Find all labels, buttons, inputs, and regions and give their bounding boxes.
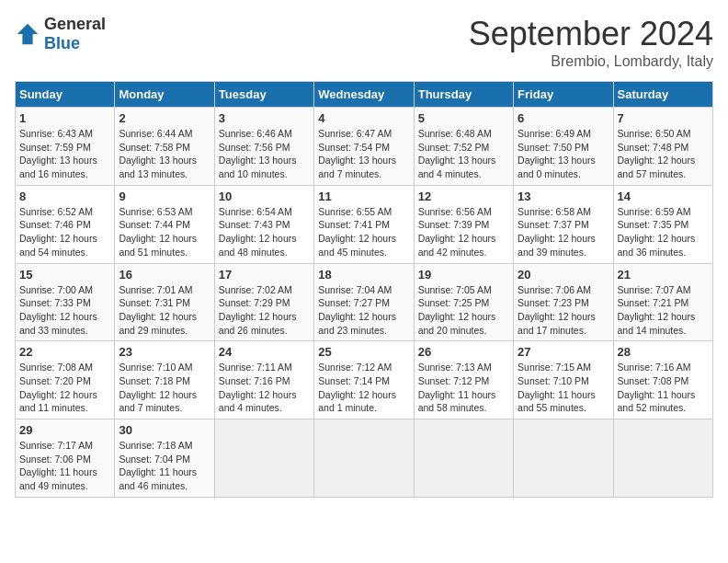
table-row: 23Sunrise: 7:10 AMSunset: 7:18 PMDayligh… — [115, 341, 214, 419]
table-row: 25Sunrise: 7:12 AMSunset: 7:14 PMDayligh… — [314, 341, 414, 419]
header-row: Sunday Monday Tuesday Wednesday Thursday… — [16, 82, 713, 108]
logo-general: General — [44, 15, 106, 33]
table-row: 28Sunrise: 7:16 AMSunset: 7:08 PMDayligh… — [613, 341, 712, 419]
table-row: 21Sunrise: 7:07 AMSunset: 7:21 PMDayligh… — [613, 263, 712, 341]
table-row: 17Sunrise: 7:02 AMSunset: 7:29 PMDayligh… — [214, 263, 313, 341]
col-tuesday: Tuesday — [214, 82, 313, 108]
calendar-table: Sunday Monday Tuesday Wednesday Thursday… — [15, 81, 713, 498]
table-row: 8Sunrise: 6:52 AMSunset: 7:46 PMDaylight… — [16, 185, 115, 263]
page-header: General Blue September 2024 Brembio, Lom… — [15, 15, 713, 70]
table-row: 11Sunrise: 6:55 AMSunset: 7:41 PMDayligh… — [314, 185, 414, 263]
table-row: 10Sunrise: 6:54 AMSunset: 7:43 PMDayligh… — [214, 185, 313, 263]
week-row: 15Sunrise: 7:00 AMSunset: 7:33 PMDayligh… — [16, 263, 713, 341]
svg-marker-0 — [17, 24, 38, 44]
table-row: 12Sunrise: 6:56 AMSunset: 7:39 PMDayligh… — [414, 185, 513, 263]
table-row: 18Sunrise: 7:04 AMSunset: 7:27 PMDayligh… — [314, 263, 414, 341]
table-row: 29Sunrise: 7:17 AMSunset: 7:06 PMDayligh… — [16, 419, 115, 498]
table-row: 30Sunrise: 7:18 AMSunset: 7:04 PMDayligh… — [115, 419, 214, 498]
table-row: 2Sunrise: 6:44 AMSunset: 7:58 PMDaylight… — [115, 108, 214, 186]
table-row: 5Sunrise: 6:48 AMSunset: 7:52 PMDaylight… — [414, 108, 513, 186]
table-row: 6Sunrise: 6:49 AMSunset: 7:50 PMDaylight… — [514, 108, 613, 186]
table-row: 24Sunrise: 7:11 AMSunset: 7:16 PMDayligh… — [214, 341, 313, 419]
col-friday: Friday — [514, 82, 613, 108]
title-block: September 2024 Brembio, Lombardy, Italy — [469, 15, 713, 70]
week-row: 8Sunrise: 6:52 AMSunset: 7:46 PMDaylight… — [16, 185, 713, 263]
table-row: 3Sunrise: 6:46 AMSunset: 7:56 PMDaylight… — [214, 108, 313, 186]
table-row: 1Sunrise: 6:43 AMSunset: 7:59 PMDaylight… — [16, 108, 115, 186]
week-row: 1Sunrise: 6:43 AMSunset: 7:59 PMDaylight… — [16, 108, 713, 186]
location: Brembio, Lombardy, Italy — [469, 53, 713, 70]
logo-blue: Blue — [44, 34, 80, 52]
table-row: 26Sunrise: 7:13 AMSunset: 7:12 PMDayligh… — [414, 341, 513, 419]
col-wednesday: Wednesday — [314, 82, 414, 108]
table-row — [314, 419, 414, 498]
table-row: 20Sunrise: 7:06 AMSunset: 7:23 PMDayligh… — [514, 263, 613, 341]
col-sunday: Sunday — [16, 82, 115, 108]
col-monday: Monday — [115, 82, 214, 108]
logo: General Blue — [15, 15, 106, 53]
month-title: September 2024 — [469, 15, 713, 53]
col-thursday: Thursday — [414, 82, 513, 108]
table-row: 22Sunrise: 7:08 AMSunset: 7:20 PMDayligh… — [16, 341, 115, 419]
table-row: 16Sunrise: 7:01 AMSunset: 7:31 PMDayligh… — [115, 263, 214, 341]
table-row — [613, 419, 712, 498]
col-saturday: Saturday — [613, 82, 712, 108]
table-row: 15Sunrise: 7:00 AMSunset: 7:33 PMDayligh… — [16, 263, 115, 341]
table-row: 7Sunrise: 6:50 AMSunset: 7:48 PMDaylight… — [613, 108, 712, 186]
table-row: 4Sunrise: 6:47 AMSunset: 7:54 PMDaylight… — [314, 108, 414, 186]
week-row: 29Sunrise: 7:17 AMSunset: 7:06 PMDayligh… — [16, 419, 713, 498]
table-row — [514, 419, 613, 498]
table-row: 19Sunrise: 7:05 AMSunset: 7:25 PMDayligh… — [414, 263, 513, 341]
week-row: 22Sunrise: 7:08 AMSunset: 7:20 PMDayligh… — [16, 341, 713, 419]
table-row: 9Sunrise: 6:53 AMSunset: 7:44 PMDaylight… — [115, 185, 214, 263]
logo-text: General Blue — [44, 15, 106, 53]
table-row: 14Sunrise: 6:59 AMSunset: 7:35 PMDayligh… — [613, 185, 712, 263]
table-row — [414, 419, 513, 498]
table-row: 13Sunrise: 6:58 AMSunset: 7:37 PMDayligh… — [514, 185, 613, 263]
logo-icon — [15, 21, 40, 47]
table-row — [214, 419, 313, 498]
table-row: 27Sunrise: 7:15 AMSunset: 7:10 PMDayligh… — [514, 341, 613, 419]
